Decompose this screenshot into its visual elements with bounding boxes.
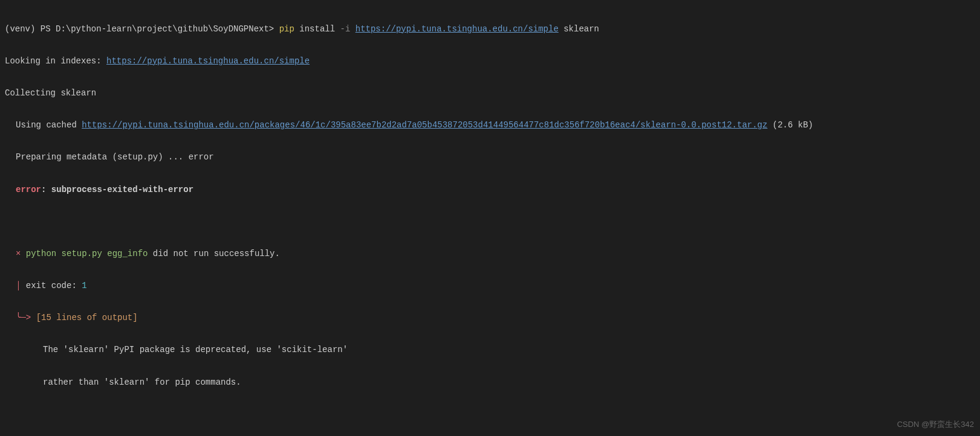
arrow-icon: ╰─> bbox=[16, 313, 36, 322]
error-message: subprocess-exited-with-error bbox=[51, 185, 193, 194]
pip-command: pip bbox=[279, 24, 294, 34]
flag-i: -i bbox=[340, 24, 355, 34]
error-label: error bbox=[16, 185, 41, 194]
output-line: The 'sklearn' PyPI package is deprecated… bbox=[5, 342, 975, 358]
preparing-metadata: Preparing metadata (setup.py) ... error bbox=[5, 149, 975, 165]
output-line: rather than 'sklearn' for pip commands. bbox=[5, 374, 975, 391]
blank-line bbox=[5, 406, 975, 423]
package-url-link[interactable]: https://pypi.tuna.tsinghua.edu.cn/packag… bbox=[82, 120, 767, 130]
subprocess-fail-line: × python setup.py egg_info did not run s… bbox=[5, 246, 975, 262]
lines-of-output: [15 lines of output] bbox=[36, 313, 138, 322]
output-header-line: ╰─> [15 lines of output] bbox=[5, 310, 975, 326]
pipe-icon: │ bbox=[16, 281, 26, 290]
egg-word: egg_info bbox=[102, 249, 148, 258]
collecting-line: Collecting sklearn bbox=[5, 85, 975, 101]
using-cached-line: Using cached https://pypi.tuna.tsinghua.… bbox=[5, 117, 975, 133]
blank-line bbox=[5, 214, 975, 230]
shell-prompt: (venv) PS D:\python-learn\project\github… bbox=[5, 24, 279, 34]
command-line: (venv) PS D:\python-learn\project\github… bbox=[5, 21, 975, 37]
terminal-output[interactable]: (venv) PS D:\python-learn\project\github… bbox=[5, 5, 975, 436]
index-url-link[interactable]: https://pypi.tuna.tsinghua.edu.cn/simple bbox=[355, 24, 559, 34]
exit-code-value: 1 bbox=[82, 281, 86, 290]
file-size: (2.6 kB) bbox=[767, 120, 813, 130]
exit-code-line: │ exit code: 1 bbox=[5, 278, 975, 294]
package-name: sklearn bbox=[559, 24, 599, 34]
watermark: CSDN @野蛮生长342 bbox=[897, 417, 974, 432]
looking-indexes: Looking in indexes: https://pypi.tuna.ts… bbox=[5, 53, 975, 69]
python-word: python bbox=[21, 249, 56, 258]
error-line: error: subprocess-exited-with-error bbox=[5, 182, 975, 198]
setup-word: setup.py bbox=[56, 249, 102, 258]
index-link[interactable]: https://pypi.tuna.tsinghua.edu.cn/simple bbox=[106, 56, 310, 66]
